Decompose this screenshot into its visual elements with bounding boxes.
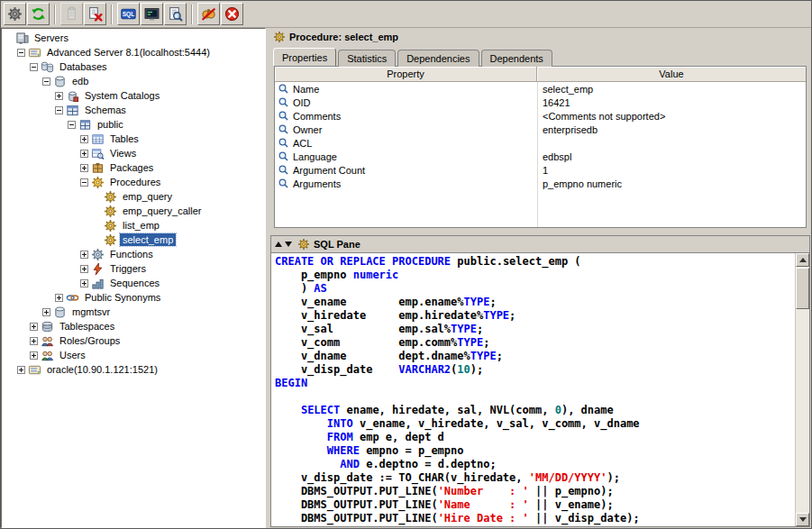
- property-row-owner[interactable]: Ownerenterprisedb: [275, 123, 806, 136]
- expand-plus-icon[interactable]: [30, 351, 38, 360]
- tree-item-list-emp[interactable]: list_emp: [2, 218, 265, 233]
- collapse-minus-icon[interactable]: [30, 63, 38, 71]
- toolbar: SQL: [1, 1, 811, 28]
- expand-plus-icon[interactable]: [42, 308, 50, 316]
- property-icon: [278, 96, 289, 108]
- sql-token: || p_empno);: [529, 485, 614, 497]
- tree-item-tables[interactable]: Tables: [2, 132, 265, 146]
- tree-item-views[interactable]: Views: [2, 146, 265, 160]
- expand-plus-icon[interactable]: [80, 135, 88, 143]
- options-button[interactable]: [4, 3, 26, 25]
- expand-plus-icon[interactable]: [55, 92, 63, 100]
- view-data-button[interactable]: [164, 3, 187, 25]
- property-name-cell: Comments: [275, 110, 537, 122]
- collapse-up-icon[interactable]: [275, 242, 282, 247]
- sequences-icon: [91, 277, 105, 290]
- expand-plus-icon[interactable]: [80, 150, 88, 158]
- tree-item-packages[interactable]: Packages: [2, 160, 265, 175]
- sql-token: v_ename emp.ename%: [275, 296, 464, 308]
- expand-plus-icon[interactable]: [80, 164, 88, 172]
- collapse-minus-icon[interactable]: [68, 121, 76, 129]
- tree-item-label: Roles/Groups: [57, 334, 123, 347]
- property-icon: [278, 83, 289, 95]
- collapse-minus-icon[interactable]: [80, 178, 88, 187]
- property-value: <Comments not supported>: [543, 111, 665, 122]
- tab-properties[interactable]: Properties: [273, 48, 336, 66]
- tree-item-oracle-10-90-1-121-1521[interactable]: oracle(10.90.1.121:1521): [2, 362, 265, 377]
- collapse-minus-icon[interactable]: [17, 49, 25, 57]
- property-row-comments[interactable]: Comments<Comments not supported>: [275, 109, 806, 123]
- expand-plus-icon[interactable]: [80, 279, 88, 287]
- tree-item-mgmtsvr[interactable]: mgmtsvr: [2, 305, 265, 319]
- stop-button[interactable]: [221, 3, 243, 25]
- tree-item-users[interactable]: Users: [2, 348, 265, 362]
- property-row-acl[interactable]: ACL: [275, 136, 806, 150]
- tablespaces-icon: [41, 320, 54, 333]
- tree-item-emp-query-caller[interactable]: emp_query_caller: [2, 204, 265, 218]
- sql-editor[interactable]: CREATE OR REPLACE PROCEDURE public.selec…: [271, 252, 809, 526]
- toolbar-separator: [191, 5, 193, 24]
- paste-button[interactable]: [60, 3, 83, 25]
- tree-item-advanced-server-8-1-localhost-5444[interactable]: Advanced Server 8.1(localhost:5444): [2, 45, 265, 59]
- sql-button[interactable]: SQL: [117, 3, 140, 25]
- gear-icon: [7, 6, 23, 22]
- tree-item-edb[interactable]: edb: [2, 74, 265, 88]
- column-header-value[interactable]: Value: [537, 67, 806, 82]
- scroll-up-button[interactable]: [796, 253, 809, 267]
- tree-item-functions[interactable]: Functions: [2, 247, 265, 261]
- console-button[interactable]: [141, 3, 163, 25]
- tree-item-select-emp[interactable]: select_emp: [2, 233, 265, 247]
- property-value-cell: select_emp: [537, 84, 806, 95]
- scroll-down-button[interactable]: [796, 513, 809, 526]
- property-value-cell: edbspl: [537, 151, 806, 162]
- tree-item-triggers[interactable]: Triggers: [2, 261, 265, 276]
- tree-item-system-catalogs[interactable]: System Catalogs: [2, 88, 265, 103]
- sql-token: 'Name : ': [438, 498, 529, 511]
- property-row-name[interactable]: Nameselect_emp: [275, 82, 806, 96]
- tree-item-public-synonyms[interactable]: Public Synonyms: [2, 290, 265, 305]
- tree-indent: [2, 196, 93, 197]
- collapse-down-icon[interactable]: [285, 242, 292, 247]
- tab-statistics[interactable]: Statistics: [338, 50, 396, 67]
- tree-item-emp-query[interactable]: emp_query: [2, 189, 265, 204]
- sql-token: 0: [555, 404, 561, 416]
- expand-plus-icon[interactable]: [80, 265, 88, 273]
- property-row-language[interactable]: Languageedbspl: [275, 150, 806, 163]
- tree-indent: [2, 81, 42, 82]
- sql-token: TYPE: [457, 336, 483, 349]
- tree-item-servers[interactable]: Servers: [2, 31, 265, 45]
- expand-plus-icon[interactable]: [55, 294, 63, 302]
- tab-dependents[interactable]: Dependents: [481, 50, 552, 67]
- expand-plus-icon[interactable]: [80, 251, 88, 259]
- sql-token: BEGIN: [275, 377, 307, 389]
- security-button[interactable]: [197, 3, 220, 25]
- tree-indent: [2, 110, 55, 111]
- tree-item-public[interactable]: public: [2, 117, 265, 132]
- tree-item-schemas[interactable]: Schemas: [2, 103, 265, 117]
- sql-token: || v_ename);: [529, 498, 614, 511]
- scroll-thumb[interactable]: [796, 268, 809, 309]
- property-row-oid[interactable]: OID16421: [275, 96, 806, 109]
- refresh-button[interactable]: [27, 3, 50, 25]
- column-header-property[interactable]: Property: [275, 67, 537, 82]
- tab-dependencies[interactable]: Dependencies: [397, 50, 479, 67]
- tree-item-procedures[interactable]: Procedures: [2, 175, 265, 189]
- property-name: Name: [293, 84, 319, 95]
- drop-button[interactable]: [84, 3, 106, 25]
- tree-item-tablespaces[interactable]: Tablespaces: [2, 319, 265, 333]
- tree-item-roles-groups[interactable]: Roles/Groups: [2, 333, 265, 348]
- expand-plus-icon[interactable]: [30, 337, 38, 345]
- property-row-argument-count[interactable]: Argument Count1: [275, 163, 806, 177]
- property-row-arguments[interactable]: Argumentsp_empno numeric: [275, 177, 806, 190]
- tree-item-sequences[interactable]: Sequences: [2, 276, 265, 290]
- tree-indent: [2, 211, 93, 212]
- sql-token: INTO: [327, 417, 353, 430]
- tree-item-databases[interactable]: Databases: [2, 59, 265, 74]
- sql-scrollbar[interactable]: [795, 253, 809, 526]
- collapse-minus-icon[interactable]: [42, 78, 50, 86]
- sql-token: DBMS_OUTPUT.PUT_LINE(: [275, 498, 438, 511]
- expand-plus-icon[interactable]: [17, 366, 25, 374]
- collapse-minus-icon[interactable]: [55, 106, 63, 114]
- horizontal-splitter[interactable]: [269, 228, 811, 235]
- expand-plus-icon[interactable]: [30, 323, 38, 331]
